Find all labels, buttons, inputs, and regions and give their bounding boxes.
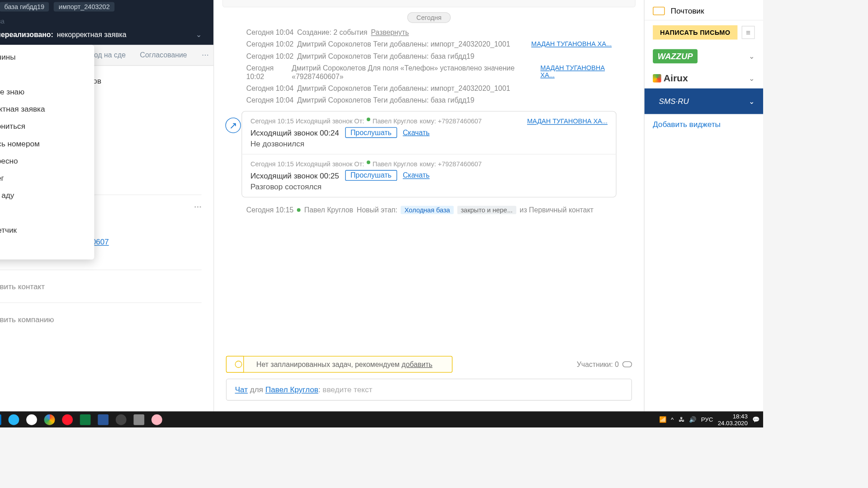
- eye-icon[interactable]: [623, 361, 632, 367]
- date-separator: Сегодня: [407, 12, 450, 23]
- windows-taskbar: ⊞ 🔍 ▭ 📶 ^ 🖧 🔊 РУС 18:4324.03.2020 💬: [0, 411, 763, 427]
- contact-menu-icon[interactable]: ⋯: [194, 202, 202, 211]
- feed-contact-link[interactable]: МАДАН ТУГАНОВНА ХА...: [540, 64, 612, 81]
- download-link[interactable]: Скачать: [403, 171, 429, 179]
- listen-button[interactable]: Прослушать: [345, 170, 396, 181]
- taskbar-app[interactable]: [149, 413, 165, 426]
- close-reason-dropdown: Без причины спам ничего не знаю некоррек…: [0, 45, 94, 259]
- feed-event: Сегодня 10:04Дмитрий Сороколетов Теги до…: [222, 83, 636, 94]
- tray-icon[interactable]: 📶: [659, 416, 666, 423]
- deal-panel: ХАМХОЕВА⋯ #27575894 база гибдд19 импорт_…: [0, 0, 214, 411]
- dropdown-option[interactable]: не интересно: [0, 152, 94, 169]
- chevron-down-icon: ⌄: [749, 52, 755, 60]
- feed-event: Сегодня 10:02Дмитрий Сороколетов Теги до…: [222, 50, 636, 62]
- feed-event: Сегодня 10:02Дмитрий Сороколетов Теги до…: [222, 38, 636, 50]
- widgets-panel: Виджеты Почтовик НАПИСАТЬ ПИСЬМО≡ WAZZUP…: [644, 0, 763, 411]
- taskbar-app[interactable]: [131, 413, 146, 426]
- dropdown-option[interactable]: спам: [0, 66, 94, 83]
- taskbar-app[interactable]: [24, 413, 39, 426]
- deal-tag[interactable]: база гибдд19: [0, 2, 49, 11]
- dropdown-option[interactable]: автоответчик: [0, 221, 94, 239]
- call-status: Разговор состоялся: [250, 182, 608, 191]
- feed-event: Сегодня 10:02Дмитрий Сороколетов Для пол…: [222, 62, 636, 83]
- phone-out-icon: ↗: [226, 117, 241, 133]
- taskbar-app[interactable]: [60, 413, 75, 426]
- dropdown-option[interactable]: дубль: [0, 204, 94, 221]
- widget-mail[interactable]: Почтовик: [645, 1, 763, 20]
- widget-smsru[interactable]: SMS·RU⌄: [645, 89, 763, 114]
- taskbar-app[interactable]: [0, 413, 4, 426]
- widget-airux[interactable]: Airux⌄: [645, 68, 763, 89]
- widget-settings-icon[interactable]: ≡: [742, 26, 755, 39]
- taskbar-app[interactable]: [95, 413, 111, 426]
- tray-lang[interactable]: РУС: [701, 416, 713, 423]
- call-status: Не дозвонился: [250, 139, 608, 148]
- chevron-down-icon[interactable]: ⌄: [196, 31, 202, 39]
- add-company-button[interactable]: ＋Добавить компанию: [0, 302, 202, 335]
- chevron-down-icon: ⌄: [749, 74, 755, 82]
- deal-tag[interactable]: импорт_2403202: [54, 2, 114, 11]
- listen-button[interactable]: Прослушать: [345, 127, 396, 138]
- feed-contact-link[interactable]: МАДАН ТУГАНОВНА ХА...: [527, 117, 608, 125]
- dropdown-option[interactable]: не дозвониться: [0, 117, 94, 135]
- add-widgets-link[interactable]: Добавить виджеты: [645, 114, 763, 135]
- tray-network-icon[interactable]: 🖧: [679, 416, 684, 423]
- dropdown-option[interactable]: нет денег: [0, 169, 94, 187]
- status-pipeline-label: Холодная база: [0, 18, 202, 25]
- pipeline-more-icon[interactable]: ⋯: [197, 45, 213, 65]
- mail-icon: [653, 6, 665, 14]
- call-record: ↗ Сегодня 10:15 Исходящий звонок От:Паве…: [241, 111, 616, 197]
- expand-link[interactable]: Развернуть: [371, 28, 409, 37]
- dropdown-option[interactable]: Без причины: [0, 48, 94, 66]
- dropdown-option[interactable]: ошиблись номером: [0, 135, 94, 152]
- tray-up-icon[interactable]: ^: [671, 416, 674, 423]
- feed-event: Сегодня 10:04Дмитрий Сороколетов Теги до…: [222, 94, 636, 106]
- task-icon: [235, 361, 242, 368]
- feed-event: Сегодня 10:04Создание: 2 событияРазверну…: [222, 27, 636, 38]
- write-mail-button[interactable]: НАПИСАТЬ ПИСЬМО: [653, 25, 737, 40]
- taskbar-app[interactable]: [42, 413, 57, 426]
- dropdown-option[interactable]: другое: [0, 239, 94, 256]
- dropdown-option[interactable]: ничего не знаю: [0, 83, 94, 100]
- stage-change-event: Сегодня 10:15Павел Круглов Новый этап: Х…: [222, 202, 636, 218]
- widget-wazzup[interactable]: WAZZUP⌄: [645, 44, 763, 68]
- dropdown-option-selected[interactable]: некорректная заявка: [0, 100, 94, 117]
- add-task-link[interactable]: добавить: [401, 360, 432, 368]
- feed-contact-link[interactable]: МАДАН ТУГАНОВНА ХА...: [531, 40, 612, 48]
- no-tasks-bar: Нет запланированных задач, рекомендуем д…: [226, 356, 453, 373]
- tray-clock[interactable]: 18:4324.03.2020: [718, 413, 748, 426]
- dropdown-option[interactable]: горите в аду: [0, 187, 94, 204]
- chat-input[interactable]: Чат для Павел Круглов: введите текст: [226, 379, 632, 401]
- download-link[interactable]: Скачать: [403, 128, 429, 136]
- tray-notifications-icon[interactable]: 💬: [752, 416, 760, 423]
- tray-volume-icon[interactable]: 🔊: [689, 416, 696, 423]
- taskbar-app[interactable]: [113, 413, 129, 426]
- chevron-down-icon: ⌄: [749, 97, 755, 105]
- add-contact-button[interactable]: ＋Добавить контакт: [0, 270, 202, 303]
- pipeline-stage[interactable]: Согласование: [133, 45, 194, 65]
- deal-closed-notice: ⊘ Сделка закрыта и не реализована 24.03.…: [222, 0, 636, 7]
- taskbar-app[interactable]: [78, 413, 93, 426]
- taskbar-app[interactable]: [6, 413, 21, 426]
- participants-count[interactable]: Участники: 0: [577, 360, 619, 368]
- activity-feed: ⊘ Сделка закрыта и не реализована 24.03.…: [214, 0, 644, 411]
